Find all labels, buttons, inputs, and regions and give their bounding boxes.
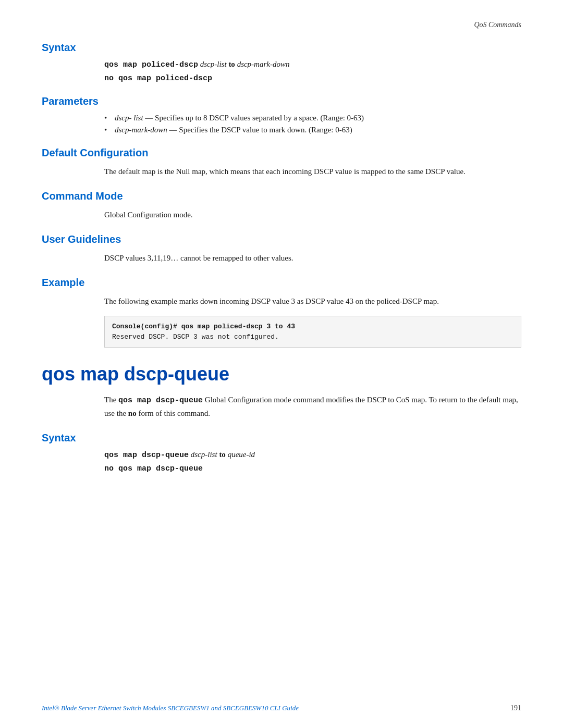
- syntax2-content: qos map dscp-queue dscp-list to queue-id…: [42, 450, 521, 473]
- syntax2-section: Syntax qos map dscp-queue dscp-list to q…: [42, 432, 521, 473]
- command-mode-section: Command Mode Global Configuration mode.: [42, 190, 521, 221]
- big-command-title: qos map dscp-queue: [42, 363, 521, 385]
- example-section: Example The following example marks down…: [42, 277, 521, 348]
- footer-left-text: Intel® Blade Server Ethernet Switch Modu…: [42, 704, 299, 712]
- syntax2-italic-1: dscp-list: [191, 450, 217, 459]
- default-config-content: The default map is the Null map, which m…: [42, 165, 521, 178]
- syntax2-bold-1: qos map dscp-queue: [104, 451, 189, 460]
- parameters-list: dscp- list — Specifies up to 8 DSCP valu…: [104, 114, 521, 134]
- param-name-2: dscp-mark-down: [115, 126, 167, 134]
- syntax-italic-1: dscp-list: [200, 60, 227, 68]
- command-mode-text: Global Configuration mode.: [104, 208, 521, 221]
- code-prefix-1: Console(config)#: [112, 323, 181, 330]
- user-guidelines-text: DSCP values 3,11,19… cannot be remapped …: [104, 252, 521, 264]
- big-command-text: The qos map dscp-queue Global Configurat…: [104, 393, 521, 419]
- command-mode-content: Global Configuration mode.: [42, 208, 521, 221]
- syntax-line-2: no qos map policed-dscp: [104, 73, 521, 83]
- syntax-content: qos map policed-dscp dscp-list to dscp-m…: [42, 60, 521, 83]
- syntax-section: Syntax qos map policed-dscp dscp-list to…: [42, 42, 521, 83]
- command-mode-heading: Command Mode: [42, 190, 521, 202]
- user-guidelines-content: DSCP values 3,11,19… cannot be remapped …: [42, 252, 521, 264]
- param-name-1: dscp- list: [115, 114, 143, 122]
- example-content: The following example marks down incomin…: [42, 295, 521, 348]
- syntax2-heading: Syntax: [42, 432, 521, 444]
- syntax2-to: to: [219, 450, 227, 459]
- syntax2-line-1: qos map dscp-queue dscp-list to queue-id: [104, 450, 521, 460]
- user-guidelines-heading: User Guidelines: [42, 233, 521, 245]
- syntax-italic-2: dscp-mark-down: [237, 60, 290, 68]
- big-command-description: The qos map dscp-queue Global Configurat…: [42, 393, 521, 419]
- code-args: 3 to 43: [263, 323, 295, 330]
- example-description: The following example marks down incomin…: [104, 295, 521, 307]
- syntax2-bold-2: no qos map dscp-queue: [104, 464, 203, 473]
- default-config-section: Default Configuration The default map is…: [42, 147, 521, 178]
- syntax-bold-2: no qos map policed-dscp: [104, 74, 212, 83]
- code-line-2: Reserved DSCP. DSCP 3 was not configured…: [112, 332, 513, 342]
- desc-bold: qos map dscp-queue: [118, 396, 203, 405]
- code-plain-1: Reserved DSCP. DSCP 3 was not configured…: [112, 333, 279, 341]
- page-footer: Intel® Blade Server Ethernet Switch Modu…: [42, 704, 521, 712]
- syntax2-line-2: no qos map dscp-queue: [104, 464, 521, 473]
- footer-page-number: 191: [510, 704, 521, 712]
- desc-before-bold: The: [104, 396, 118, 404]
- page-header: QoS Commands: [42, 21, 521, 29]
- parameters-heading: Parameters: [42, 95, 521, 107]
- parameter-item-2: dscp-mark-down — Specifies the DSCP valu…: [104, 126, 521, 134]
- syntax-to-1: to: [228, 60, 237, 68]
- parameter-item-1: dscp- list — Specifies up to 8 DSCP valu…: [104, 114, 521, 122]
- default-config-text: The default map is the Null map, which m…: [104, 165, 521, 178]
- syntax-bold-1: qos map policed-dscp: [104, 60, 198, 69]
- syntax2-italic-2: queue-id: [228, 450, 255, 459]
- default-config-heading: Default Configuration: [42, 147, 521, 159]
- code-block: Console(config)# qos map policed-dscp 3 …: [104, 316, 521, 348]
- desc-no-bold: no: [128, 409, 137, 417]
- code-line-1: Console(config)# qos map policed-dscp 3 …: [112, 322, 513, 332]
- parameters-content: dscp- list — Specifies up to 8 DSCP valu…: [42, 114, 521, 134]
- syntax-line-1: qos map policed-dscp dscp-list to dscp-m…: [104, 60, 521, 69]
- code-bold-cmd: qos map policed-dscp: [181, 323, 263, 330]
- user-guidelines-section: User Guidelines DSCP values 3,11,19… can…: [42, 233, 521, 264]
- syntax-heading: Syntax: [42, 42, 521, 54]
- parameters-section: Parameters dscp- list — Specifies up to …: [42, 95, 521, 134]
- param-desc-2: — Specifies the DSCP value to mark down.…: [169, 126, 352, 134]
- example-heading: Example: [42, 277, 521, 289]
- desc-end: form of this command.: [137, 409, 210, 417]
- param-desc-1: — Specifies up to 8 DSCP values separate…: [145, 114, 364, 122]
